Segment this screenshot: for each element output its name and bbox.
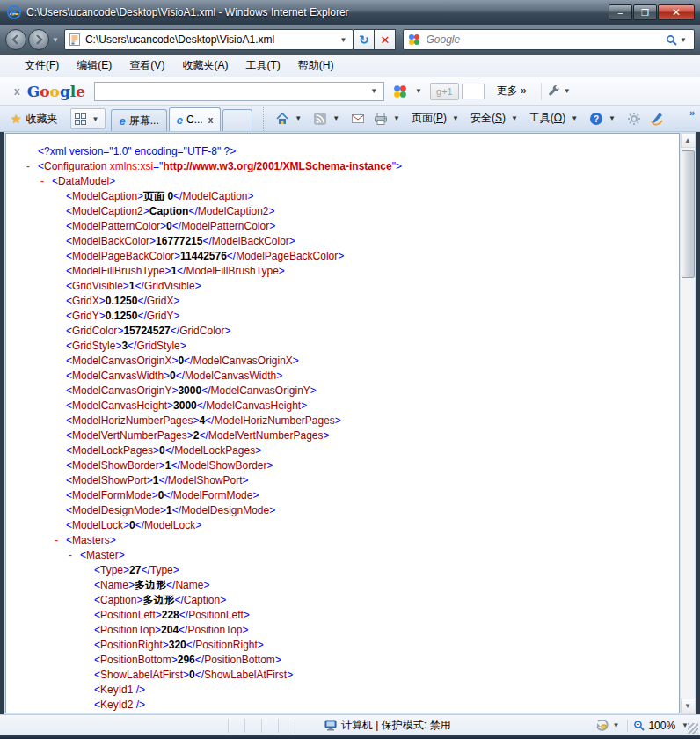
xml-line: <ModelDesignMode>1</ModelDesignMode> [18,503,679,518]
command-label[interactable]: 工具(O) [529,111,565,126]
mail-icon [351,112,365,126]
menu-item-v[interactable]: 查看(V) [120,55,173,76]
addon-button[interactable] [645,109,668,128]
xml-document: <?xml version="1.0" encoding="UTF-8" ?>-… [5,133,680,713]
favorites-button[interactable]: ★ 收藏夹 [4,108,65,129]
title-bar: e C:\Users\ucancode\Desktop\VisioA1.xml … [0,0,700,25]
menu-item-f[interactable]: 文件(F) [16,55,68,76]
vertical-scrollbar[interactable]: ▲ ▼ [680,133,695,713]
command-p[interactable]: 页面(P)▼ [407,109,466,128]
collapse-marker[interactable]: - [26,159,38,174]
xml-line: <ModelPatternColor>0</ModelPatternColor> [18,219,679,234]
command-dropdown-icon: ▼ [449,114,462,122]
history-dropdown[interactable]: ▼ [52,36,59,44]
xml-line: -<Configuration xmlns:xsi="http://www.w3… [18,159,679,174]
home-button[interactable]: ▼ [271,109,309,128]
window-title: C:\Users\ucancode\Desktop\VisioA1.xml - … [26,6,602,18]
svg-text:?: ? [594,114,599,124]
google-search-button[interactable]: ▼ [388,82,430,101]
chevron-more-icon[interactable]: » [689,107,695,118]
navigation-bar: ▼ C:\Users\ucancode\Desktop\VisioA1.xml … [0,25,700,55]
share-count-box [462,84,485,99]
minimize-button[interactable]: – [609,4,632,20]
command-label[interactable]: 安全(S) [470,111,506,126]
zoom-level: 100% [648,720,675,732]
help-dropdown-icon[interactable]: ▼ [606,114,618,122]
collapse-marker[interactable]: - [55,533,66,548]
xml-line: <ModelCanvasOriginX>0</ModelCanvasOrigin… [18,354,679,369]
feed-icon [313,112,327,126]
window-frame-bottom [0,735,700,739]
browser-tab-0[interactable]: e屏幕... [111,109,166,131]
feeds-dropdown-icon[interactable]: ▼ [330,114,342,122]
zoom-control[interactable]: 100% ▼ [627,720,696,732]
ie-tab-icon: e [177,113,183,127]
xml-line: <ShowLabelAtFirst>0</ShowLabelAtFirst> [18,668,679,683]
forward-button[interactable] [28,29,49,50]
tab-label: C... [186,113,203,126]
quick-tabs-button[interactable]: ▼ [70,108,106,129]
address-input[interactable]: C:\Users\ucancode\Desktop\VisioA1.xml [85,33,338,46]
command-label[interactable]: 页面(P) [412,111,447,126]
google-provider-icon [408,33,420,46]
google-toolbar: x Google ▼ ▼ g+1 更多 » ▼ [0,77,700,106]
scrollbar-thumb[interactable] [682,150,695,278]
collapse-marker[interactable]: - [40,174,52,189]
xml-line: <GridX>0.1250</GridX> [18,294,679,309]
address-bar[interactable]: C:\Users\ucancode\Desktop\VisioA1.xml ▼ [64,29,354,50]
home-dropdown-icon[interactable]: ▼ [292,114,304,122]
more-button[interactable]: 更多 » [497,84,527,99]
search-input[interactable]: Google [426,33,666,46]
search-icon[interactable] [666,34,677,46]
google-search-input[interactable]: ▼ [94,82,384,101]
google-search-options-icon[interactable]: ▼ [412,87,425,95]
back-button[interactable] [5,29,26,50]
command-o[interactable]: 工具(O)▼ [525,109,585,128]
resize-grip[interactable] [688,723,698,734]
xml-line: <GridColor>15724527</GridColor> [18,324,679,339]
settings-button[interactable] [623,109,645,128]
menu-item-t[interactable]: 工具(T) [237,55,288,76]
search-dropdown-icon[interactable]: ▼ [677,36,689,44]
menu-bar: 文件(F)编辑(E)查看(V)收藏夹(A)工具(T)帮助(H) [0,55,700,77]
maximize-button[interactable]: ❐ [633,4,657,20]
privacy-button[interactable]: ▼ [591,720,627,732]
collapse-marker[interactable]: - [69,548,80,563]
quick-tabs-icon [75,113,86,125]
stop-button[interactable]: ✕ [375,29,396,50]
privacy-dropdown-icon[interactable]: ▼ [609,721,622,729]
close-button[interactable]: ✕ [658,4,695,20]
xml-line: <GridStyle>3</GridStyle> [18,339,679,354]
xml-line: -<Masters> [18,533,679,548]
menu-item-a[interactable]: 收藏夹(A) [173,55,237,76]
scroll-down-icon[interactable]: ▼ [681,699,696,713]
menu-item-e[interactable]: 编辑(E) [68,55,120,76]
plus-one-button[interactable]: g+1 [430,83,459,100]
zone-text: 计算机 | 保护模式: 禁用 [341,718,450,733]
wrench-icon[interactable] [547,84,561,99]
feeds-button[interactable]: ▼ [309,109,346,128]
back-arrow-icon [11,34,21,45]
refresh-button[interactable]: ↻ [354,29,375,50]
xml-line: <ModelCanvasOriginY>3000</ModelCanvasOri… [18,384,679,399]
wrench-dropdown-icon[interactable]: ▼ [561,87,573,95]
address-dropdown-icon[interactable]: ▼ [338,36,350,44]
google-search-dropdown-icon[interactable]: ▼ [368,87,380,95]
tab-close-icon[interactable]: x [208,115,214,125]
print-dropdown-icon[interactable]: ▼ [390,114,403,122]
xml-line: <ModelCaption2>Caption</ModelCaption2> [18,204,679,219]
toolbar-close-icon[interactable]: x [7,85,27,98]
new-tab-stub[interactable] [222,109,252,131]
mail-button[interactable] [346,109,369,128]
menu-item-h[interactable]: 帮助(H) [289,55,343,76]
help-button[interactable]: ? ▼ [585,109,623,128]
print-button[interactable]: ▼ [369,109,407,128]
browser-tab-1[interactable]: eC...x [169,107,221,131]
scroll-up-icon[interactable]: ▲ [681,133,696,148]
print-icon [374,112,388,126]
search-box[interactable]: Google ▼ [403,29,695,50]
forward-arrow-icon [33,34,44,45]
scrollbar-track[interactable] [681,148,696,699]
xml-line: <ModelCanvasHeight>3000</ModelCanvasHeig… [18,399,679,413]
command-s[interactable]: 安全(S)▼ [466,109,525,128]
